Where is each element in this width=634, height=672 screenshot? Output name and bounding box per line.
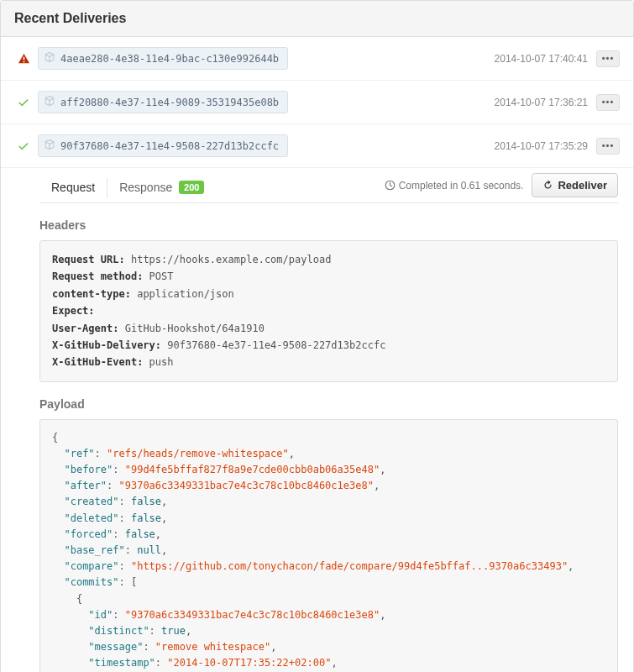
- delivery-guid: aff20880-4e37-11e4-9089-35319435e08b: [60, 97, 279, 108]
- status-badge: 200: [179, 181, 204, 194]
- expand-button[interactable]: •••: [596, 50, 620, 67]
- delivery-timestamp: 2014-10-07 17:40:41: [495, 53, 588, 65]
- delivery-guid-chip[interactable]: 90f37680-4e37-11e4-9508-227d13b2ccfc: [38, 134, 288, 157]
- refresh-icon: [542, 180, 553, 191]
- tab-request[interactable]: Request: [39, 174, 107, 202]
- warning-icon: [14, 53, 33, 65]
- delivery-row: 90f37680-4e37-11e4-9508-227d13b2ccfc 201…: [1, 124, 633, 168]
- tabs-row: Request Response 200 Completed in 0.61 s…: [39, 168, 618, 203]
- recent-deliveries-panel: Recent Deliveries 4aeae280-4e38-11e4-9ba…: [0, 0, 634, 672]
- check-icon: [14, 140, 33, 152]
- payload-section-label: Payload: [39, 397, 618, 411]
- delivery-detail: Request Response 200 Completed in 0.61 s…: [1, 168, 633, 672]
- check-icon: [14, 97, 33, 108]
- completed-label: Completed in 0.61 seconds.: [385, 180, 524, 192]
- delivery-guid-chip[interactable]: aff20880-4e37-11e4-9089-35319435e08b: [38, 91, 288, 113]
- delivery-row: 4aeae280-4e38-11e4-9bac-c130e992644b 201…: [1, 37, 633, 81]
- headers-box: Request URL: https://hooks.example.com/p…: [39, 240, 618, 382]
- delivery-guid-chip[interactable]: 4aeae280-4e38-11e4-9bac-c130e992644b: [38, 47, 288, 70]
- redeliver-label: Redeliver: [558, 179, 607, 192]
- package-icon: [44, 139, 55, 153]
- redeliver-button[interactable]: Redeliver: [532, 173, 618, 197]
- delivery-row: aff20880-4e37-11e4-9089-35319435e08b 201…: [1, 81, 633, 124]
- delivery-timestamp: 2014-10-07 17:35:29: [495, 140, 588, 152]
- headers-section-label: Headers: [39, 218, 618, 232]
- expand-button[interactable]: •••: [596, 94, 620, 111]
- package-icon: [44, 95, 55, 109]
- package-icon: [44, 51, 55, 66]
- clock-icon: [385, 180, 396, 191]
- delivery-guid: 4aeae280-4e38-11e4-9bac-c130e992644b: [60, 53, 279, 65]
- tab-response[interactable]: Response 200: [107, 174, 216, 202]
- panel-title: Recent Deliveries: [14, 11, 620, 26]
- panel-header: Recent Deliveries: [1, 1, 633, 37]
- tab-response-label: Response: [119, 181, 172, 194]
- expand-button[interactable]: •••: [596, 138, 620, 155]
- delivery-guid: 90f37680-4e37-11e4-9508-227d13b2ccfc: [60, 140, 279, 152]
- payload-box: { "ref": "refs/heads/remove-whitespace",…: [39, 419, 618, 672]
- delivery-timestamp: 2014-10-07 17:36:21: [495, 97, 588, 108]
